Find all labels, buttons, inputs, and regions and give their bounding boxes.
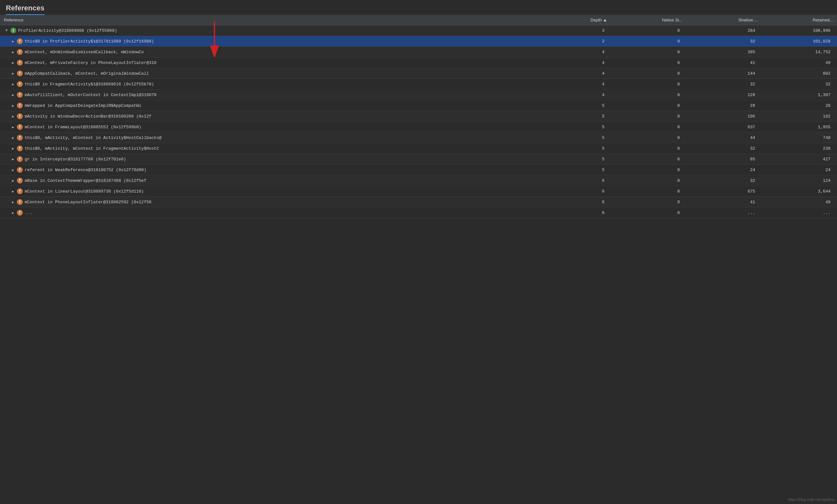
retained-value: 101,028 — [762, 36, 837, 47]
table-row[interactable]: ▶fgr in Interceptor@318177760 (0x12f701e… — [0, 154, 837, 165]
depth-value: 5 — [544, 165, 611, 175]
depth-value: 4 — [544, 57, 611, 68]
retained-value: ... — [762, 207, 837, 218]
retained-value: 49 — [762, 57, 837, 68]
depth-value: 4 — [544, 79, 611, 90]
table-row[interactable]: ▶fmBase in ContextThemeWrapper@318107408… — [0, 175, 837, 186]
shallow-value: 120 — [686, 90, 762, 100]
retained-value: 124 — [762, 175, 837, 186]
table-row[interactable]: ▶fthis$0, mActivity, mContext in Fragmen… — [0, 143, 837, 154]
table-row[interactable]: ▶freferent in WeakReference@318180752 (0… — [0, 165, 837, 175]
ref-cell-14: ▶fmBase in ContextThemeWrapper@318107408… — [0, 175, 544, 186]
retained-value: 28 — [762, 100, 837, 111]
table-row[interactable]: ▶fthis$0 in ProfilerActivity$1@317811080… — [0, 36, 837, 47]
shallow-value: 144 — [686, 68, 762, 79]
retained-value: 14,752 — [762, 47, 837, 57]
expand-arrow[interactable]: ▶ — [11, 135, 16, 140]
native-value: 0 — [611, 100, 686, 111]
ref-text: mActivity in WindowDecorActionBar@318106… — [25, 114, 152, 119]
depth-value: 6 — [544, 207, 611, 218]
native-value: 0 — [611, 143, 686, 154]
col-header-depth[interactable]: Depth ▲ — [544, 15, 611, 25]
expand-arrow[interactable]: ▶ — [11, 210, 16, 215]
retained-value: 802 — [762, 68, 837, 79]
native-value: 0 — [611, 90, 686, 100]
expand-arrow[interactable]: ▶ — [11, 178, 16, 183]
shallow-value: 637 — [686, 122, 762, 132]
table-row[interactable]: ▶fmContext in FrameLayout@318085552 (0x1… — [0, 122, 837, 132]
panel-title: References — [6, 4, 44, 15]
table-row[interactable]: ▼IProfilerActivity@318069088 (0x12f55960… — [0, 25, 837, 36]
table-row[interactable]: ▶fmAutofillClient, mOuterContext in Cont… — [0, 90, 837, 100]
expand-arrow[interactable]: ▶ — [11, 39, 16, 44]
ref-text: mBase in ContextThemeWrapper@318107408 (… — [25, 178, 146, 183]
expand-arrow[interactable]: ▶ — [11, 167, 16, 172]
shallow-value: 32 — [686, 36, 762, 47]
table-row[interactable]: ▶fmContext in PhoneLayoutInflater@318082… — [0, 197, 837, 207]
retained-value: 182 — [762, 111, 837, 122]
col-header-reference[interactable]: Reference — [0, 15, 544, 25]
native-value: 0 — [611, 47, 686, 57]
depth-value: 4 — [544, 90, 611, 100]
expand-arrow[interactable]: ▶ — [11, 103, 16, 108]
ref-text: gr in Interceptor@318177760 (0x12f701e0) — [25, 157, 126, 162]
depth-value: 5 — [544, 154, 611, 165]
col-header-retained[interactable]: Retained... — [762, 15, 837, 25]
table-body: ▼IProfilerActivity@318069088 (0x12f55960… — [0, 25, 837, 218]
type-badge: f — [17, 156, 23, 162]
expand-arrow[interactable]: ▶ — [11, 156, 16, 162]
ref-cell-1: ▶fthis$0 in ProfilerActivity$1@317811080… — [0, 36, 544, 47]
type-badge: f — [17, 146, 23, 151]
retained-value: 100,996 — [762, 25, 837, 36]
type-badge: f — [17, 113, 23, 119]
col-header-shallow[interactable]: Shallow ... — [686, 15, 762, 25]
expand-arrow[interactable]: ▶ — [11, 124, 16, 130]
depth-value: 3 — [544, 25, 611, 36]
ref-text: mContext, mPrivateFactory in PhoneLayout… — [25, 60, 157, 65]
ref-text: mContext in FrameLayout@318085552 (0x12f… — [25, 125, 141, 130]
type-badge: f — [17, 92, 23, 98]
shallow-value: 106 — [686, 111, 762, 122]
col-header-native[interactable]: Native Si... — [611, 15, 686, 25]
expand-arrow[interactable]: ▶ — [11, 199, 16, 205]
ref-text: mContext, mOnWindowDismissedCallback, mW… — [25, 50, 144, 55]
depth-value: 4 — [544, 47, 611, 57]
native-value: 0 — [611, 25, 686, 36]
table-row[interactable]: ▶fmActivity in WindowDecorActionBar@3181… — [0, 111, 837, 122]
table-row[interactable]: ▶fthis$0 in FragmentActivity$1@318069616… — [0, 79, 837, 90]
table-row[interactable]: ▶f...60...... — [0, 207, 837, 218]
expand-arrow[interactable]: ▶ — [11, 81, 16, 87]
depth-value: 6 — [544, 186, 611, 197]
ref-text: mContext in PhoneLayoutInflater@31808259… — [25, 200, 152, 205]
type-badge: f — [17, 199, 23, 205]
ref-cell-0: ▼IProfilerActivity@318069088 (0x12f55960… — [0, 25, 544, 36]
type-badge: f — [17, 49, 23, 55]
expand-arrow[interactable]: ▶ — [11, 49, 16, 55]
expand-arrow[interactable]: ▶ — [11, 146, 16, 151]
table-row[interactable]: ▶fmAppCompatCallback, mContext, mOrigina… — [0, 68, 837, 79]
native-value: 0 — [611, 36, 686, 47]
expand-arrow[interactable]: ▶ — [11, 114, 16, 119]
expand-arrow[interactable]: ▶ — [11, 92, 16, 97]
expand-arrow[interactable]: ▶ — [11, 60, 16, 65]
table-row[interactable]: ▶fthis$0, mActivity, mContext in Activit… — [0, 132, 837, 143]
expand-arrow[interactable]: ▶ — [11, 189, 16, 194]
retained-value: 1,955 — [762, 122, 837, 132]
expand-arrow[interactable]: ▼ — [4, 28, 9, 33]
ref-cell-10: ▶fthis$0, mActivity, mContext in Activit… — [0, 132, 544, 143]
table-row[interactable]: ▶fmContext, mPrivateFactory in PhoneLayo… — [0, 57, 837, 68]
depth-value: 5 — [544, 143, 611, 154]
native-value: 0 — [611, 132, 686, 143]
table-row[interactable]: ▶fmContext, mOnWindowDismissedCallback, … — [0, 47, 837, 57]
expand-arrow[interactable]: ▶ — [11, 71, 16, 76]
table-row[interactable]: ▶fmContext in LinearLayout@318099736 (0x… — [0, 186, 837, 197]
native-value: 0 — [611, 111, 686, 122]
type-badge: f — [17, 71, 23, 76]
table-row[interactable]: ▶fmWrapped in AppCompatDelegateImplN$App… — [0, 100, 837, 111]
type-badge: f — [17, 60, 23, 66]
type-badge: f — [17, 210, 23, 216]
references-table: Reference Depth ▲ Native Si... Shallow .… — [0, 15, 837, 218]
watermark: https://blog.csdn.net/Jaydenx — [788, 498, 834, 501]
ref-cell-16: ▶fmContext in PhoneLayoutInflater@318082… — [0, 197, 544, 207]
shallow-value: 32 — [686, 175, 762, 186]
